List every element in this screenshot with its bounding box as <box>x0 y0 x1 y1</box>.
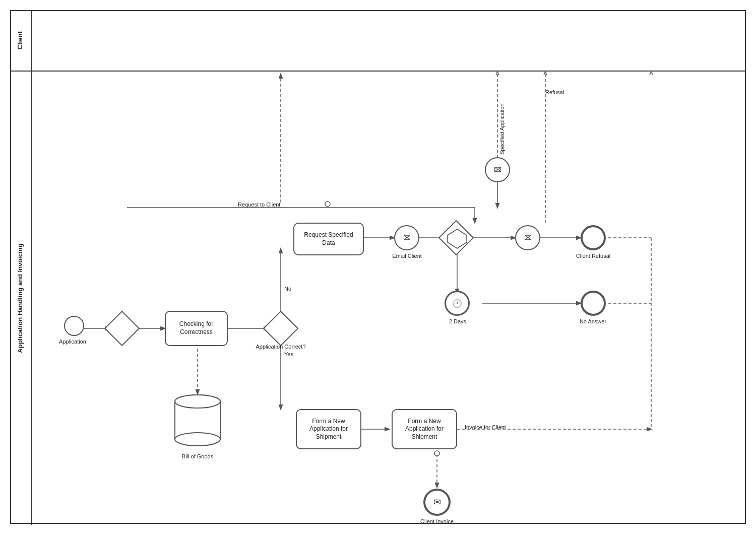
task-checking[interactable]: Checking for Correctness <box>165 311 228 346</box>
svg-point-30 <box>175 395 220 408</box>
svg-point-29 <box>175 433 220 446</box>
event-send-refusal: ✉ <box>515 225 540 250</box>
event-2days: 🕐 <box>445 291 470 316</box>
event-client-invoice: ✉ <box>423 489 451 516</box>
diagram-container: Client Application Handling and Invoicin… <box>10 10 746 524</box>
event-client-invoice-label: Client Invoice <box>414 518 460 524</box>
event-no-answer-label: No Answer <box>572 318 614 324</box>
label-yes: Yes <box>284 351 293 357</box>
lane-client-label: Client <box>16 31 24 49</box>
lane-main-label: Application Handling and Invoicing <box>16 243 31 353</box>
event-client-refusal <box>581 225 606 250</box>
mail-icon-send-request: ✉ <box>494 164 501 175</box>
event-no-answer <box>581 291 606 316</box>
lane-main: Application Handling and Invoicing <box>11 72 745 525</box>
cylinder-bill-of-goods <box>172 394 223 449</box>
start-event-label: Application <box>55 339 90 345</box>
task-form1[interactable]: Form a New Application for Shipment <box>296 409 361 449</box>
clock-icon-2days: 🕐 <box>452 299 462 308</box>
label-invoice-for-client: Invoice for Client <box>465 424 506 430</box>
event-client-refusal-label: Client Refusal <box>571 253 616 259</box>
cylinder-label: Bill of Goods <box>177 453 218 459</box>
label-no: No <box>284 286 291 292</box>
gateway-correct-label: Application Correct? <box>253 344 308 350</box>
mail-icon-client-invoice: ✉ <box>433 497 441 508</box>
start-event <box>64 316 84 336</box>
event-send-request: ✉ <box>485 157 510 182</box>
event-email-client-label: Email Client <box>388 253 426 259</box>
mail-icon-send-refusal: ✉ <box>524 232 532 243</box>
task-request[interactable]: Request Specified Data <box>293 223 364 255</box>
label-specified-application: Specified Application <box>499 89 505 155</box>
event-email-client: ✉ <box>394 225 419 250</box>
lane-client: Client <box>11 11 745 72</box>
event-2days-label: 2 Days <box>448 318 468 324</box>
mail-icon-email-client: ✉ <box>403 232 411 243</box>
label-refusal: Refusal <box>545 89 564 95</box>
label-request-to-client: Request to Client <box>238 201 280 208</box>
task-form2[interactable]: Form a New Application for Shipment <box>392 409 457 449</box>
